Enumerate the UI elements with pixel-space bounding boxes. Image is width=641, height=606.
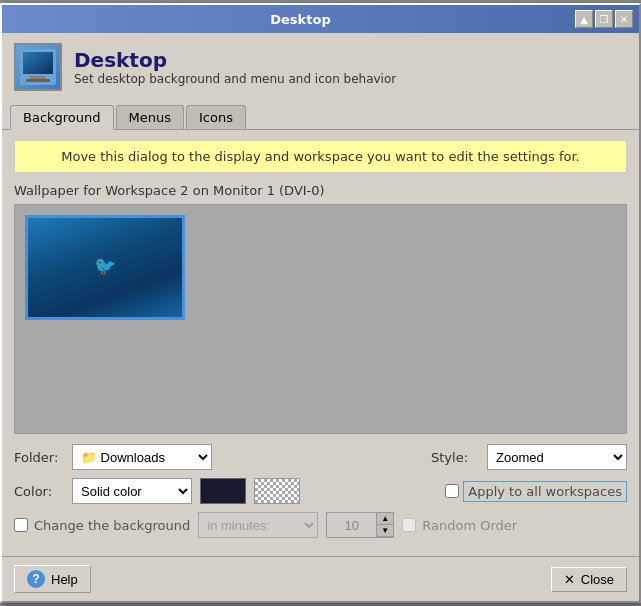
help-button[interactable]: ? Help <box>14 565 91 593</box>
spinner-down-button[interactable]: ▼ <box>377 525 393 537</box>
wallpaper-thumbnail[interactable]: 🐦 <box>25 215 185 320</box>
help-label: Help <box>51 572 78 587</box>
color-label: Color: <box>14 484 64 499</box>
interval-value-input[interactable] <box>327 513 377 537</box>
change-bg-label: Change the background <box>34 518 190 533</box>
wallpaper-panel[interactable]: 🐦 <box>14 204 627 434</box>
random-order-wrap: Random Order <box>402 518 517 533</box>
tab-icons[interactable]: Icons <box>186 105 246 129</box>
titlebar-close-button[interactable]: ✕ <box>615 10 633 28</box>
background-tab-content: Move this dialog to the display and work… <box>2 130 639 556</box>
apply-workspace-controls: Apply to all workspaces <box>445 481 627 502</box>
interval-select[interactable]: in minutes: in seconds: in hours: <box>198 512 318 538</box>
style-label: Style: <box>431 450 481 465</box>
close-icon: ✕ <box>564 572 575 587</box>
change-bg-checkbox[interactable] <box>14 518 28 532</box>
app-header: Desktop Set desktop background and menu … <box>2 33 639 101</box>
folder-select[interactable]: 📁 Downloads <box>72 444 212 470</box>
color-select[interactable]: Solid color Horizontal gradient Vertical… <box>72 478 192 504</box>
app-title-block: Desktop Set desktop background and menu … <box>74 48 396 86</box>
style-controls: Style: Zoomed Centered Scaled Stretched … <box>431 444 627 470</box>
tab-background[interactable]: Background <box>10 105 114 130</box>
titlebar-up-button[interactable]: ▲ <box>575 10 593 28</box>
svg-rect-2 <box>23 52 53 74</box>
close-label: Close <box>581 572 614 587</box>
notice-bar: Move this dialog to the display and work… <box>14 140 627 173</box>
change-bg-checkbox-wrap: Change the background <box>14 518 190 533</box>
folder-style-row: Folder: 📁 Downloads Style: Zoomed Center… <box>14 444 627 470</box>
pattern-button[interactable] <box>254 478 300 504</box>
tab-menus[interactable]: Menus <box>116 105 184 129</box>
bird-icon: 🐦 <box>94 255 116 276</box>
wallpaper-label: Wallpaper for Workspace 2 on Monitor 1 (… <box>14 183 627 198</box>
desktop-dialog: Desktop ▲ ❒ ✕ De <box>0 3 641 603</box>
app-subtitle: Set desktop background and menu and icon… <box>74 72 396 86</box>
interval-spinner: ▲ ▼ <box>326 512 394 538</box>
random-order-checkbox[interactable] <box>402 518 416 532</box>
spinner-up-button[interactable]: ▲ <box>377 513 393 525</box>
titlebar: Desktop ▲ ❒ ✕ <box>2 5 639 33</box>
change-bg-row: Change the background in minutes: in sec… <box>14 512 627 538</box>
color-apply-row: Color: Solid color Horizontal gradient V… <box>14 478 627 504</box>
apply-all-workspaces-checkbox[interactable] <box>445 484 459 498</box>
apply-checkbox-wrap: Apply to all workspaces <box>445 481 627 502</box>
folder-label: Folder: <box>14 450 64 465</box>
wallpaper-preview: 🐦 <box>28 218 182 317</box>
spinner-buttons: ▲ ▼ <box>377 513 393 537</box>
titlebar-buttons: ▲ ❒ ✕ <box>575 10 633 28</box>
window-title: Desktop <box>26 12 575 27</box>
random-order-label: Random Order <box>422 518 517 533</box>
close-button[interactable]: ✕ Close <box>551 567 627 592</box>
color-swatch[interactable] <box>200 478 246 504</box>
help-icon: ? <box>27 570 45 588</box>
svg-rect-3 <box>30 76 46 79</box>
app-title: Desktop <box>74 48 396 72</box>
apply-all-workspaces-label[interactable]: Apply to all workspaces <box>463 481 627 502</box>
tab-bar: Background Menus Icons <box>2 101 639 130</box>
app-icon <box>14 43 62 91</box>
footer: ? Help ✕ Close <box>2 556 639 601</box>
titlebar-restore-button[interactable]: ❒ <box>595 10 613 28</box>
style-select[interactable]: Zoomed Centered Scaled Stretched Spanned… <box>487 444 627 470</box>
svg-rect-4 <box>26 79 50 82</box>
